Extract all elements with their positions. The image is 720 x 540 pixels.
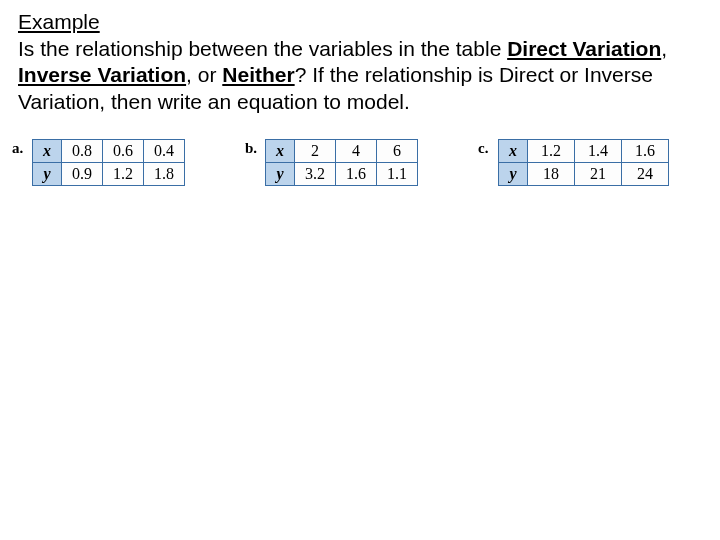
cell: 21 (575, 162, 622, 185)
table-group-c: c. x 1.2 1.4 1.6 y 18 21 24 (478, 139, 669, 186)
cell: 1.6 (622, 139, 669, 162)
table-row: y 18 21 24 (499, 162, 669, 185)
cell: 1.4 (575, 139, 622, 162)
example-heading: Example (18, 10, 702, 34)
cell: 4 (336, 139, 377, 162)
cell: 1.8 (144, 162, 185, 185)
cell: 2 (295, 139, 336, 162)
table-row: y 0.9 1.2 1.8 (33, 162, 185, 185)
question-part-3: , or (186, 63, 222, 86)
table-row: x 1.2 1.4 1.6 (499, 139, 669, 162)
cell: 18 (528, 162, 575, 185)
part-label-a: a. (12, 139, 26, 156)
cell: 6 (377, 139, 418, 162)
y-header: y (499, 162, 528, 185)
term-neither: Neither (222, 63, 294, 86)
table-group-b: b. x 2 4 6 y 3.2 1.6 1.1 (245, 139, 418, 186)
cell: 0.9 (62, 162, 103, 185)
x-header: x (33, 139, 62, 162)
y-header: y (33, 162, 62, 185)
table-row: x 0.8 0.6 0.4 (33, 139, 185, 162)
table-c: x 1.2 1.4 1.6 y 18 21 24 (498, 139, 669, 186)
cell: 0.8 (62, 139, 103, 162)
question-text: Is the relationship between the variable… (18, 36, 702, 115)
cell: 1.2 (528, 139, 575, 162)
x-header: x (266, 139, 295, 162)
cell: 0.4 (144, 139, 185, 162)
table-group-a: a. x 0.8 0.6 0.4 y 0.9 1.2 1.8 (12, 139, 185, 186)
part-label-c: c. (478, 139, 492, 156)
question-part-1: Is the relationship between the variable… (18, 37, 507, 60)
slide: Example Is the relationship between the … (0, 0, 720, 196)
term-inverse-variation: Inverse Variation (18, 63, 186, 86)
tables-row: a. x 0.8 0.6 0.4 y 0.9 1.2 1.8 b. (12, 139, 702, 186)
cell: 1.6 (336, 162, 377, 185)
cell: 3.2 (295, 162, 336, 185)
cell: 1.2 (103, 162, 144, 185)
part-label-b: b. (245, 139, 259, 156)
table-a: x 0.8 0.6 0.4 y 0.9 1.2 1.8 (32, 139, 185, 186)
y-header: y (266, 162, 295, 185)
term-direct-variation: Direct Variation (507, 37, 661, 60)
cell: 24 (622, 162, 669, 185)
cell: 1.1 (377, 162, 418, 185)
x-header: x (499, 139, 528, 162)
table-row: x 2 4 6 (266, 139, 418, 162)
table-b: x 2 4 6 y 3.2 1.6 1.1 (265, 139, 418, 186)
question-part-2: , (661, 37, 667, 60)
table-row: y 3.2 1.6 1.1 (266, 162, 418, 185)
cell: 0.6 (103, 139, 144, 162)
